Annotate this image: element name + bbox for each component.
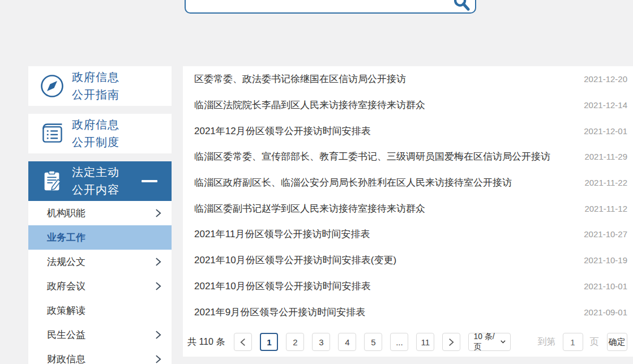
page-number-button[interactable]: 1: [260, 333, 278, 351]
page-number-button[interactable]: 11: [416, 333, 434, 351]
chevron-right-icon: [155, 330, 161, 340]
news-list-item[interactable]: 2021年9月份区领导公开接访时间安排表 2021-09-01: [183, 299, 633, 325]
article-date: 2021-10-01: [572, 281, 627, 291]
page-number-label: 4: [345, 337, 349, 347]
article-date: 2021-12-14: [572, 100, 627, 110]
collapse-minus-icon[interactable]: [142, 180, 157, 182]
search-input[interactable]: [191, 0, 443, 11]
article-title-link[interactable]: 临淄区法院院长李晶到区人民来访接待室接待来访群众: [194, 99, 425, 112]
sidebar-submenu-item[interactable]: 业务工作: [28, 225, 172, 250]
sidebar-item-system[interactable]: 政府信息 公开制度: [28, 114, 172, 153]
article-date: 2021-11-29: [573, 152, 627, 161]
page-number-button[interactable]: 3: [312, 333, 330, 351]
article-title-link[interactable]: 临淄区委副书记赵学到区人民来访接待室接待来访群众: [194, 202, 425, 215]
compass-icon: [40, 74, 65, 99]
page-number-button[interactable]: 2: [286, 333, 304, 351]
chevron-right-icon: [155, 281, 161, 291]
news-list-item[interactable]: 临淄区委常委、宣传部部长、教育工委书记、三级调研员国爱梅在区信访局公开接访 20…: [183, 144, 633, 170]
page-number-label: 5: [371, 337, 375, 347]
article-title-link[interactable]: 临淄区委常委、宣传部部长、教育工委书记、三级调研员国爱梅在区信访局公开接访: [194, 150, 550, 163]
article-date: 2021-10-27: [572, 229, 627, 239]
page-size-select[interactable]: 10 条/页: [468, 333, 510, 351]
sidebar-item-statutory[interactable]: 法定主动 公开内容: [28, 161, 172, 201]
page-number-button[interactable]: ...: [390, 333, 408, 351]
page-number-label: 3: [319, 337, 323, 347]
page-number-button[interactable]: 5: [364, 333, 382, 351]
submenu-item-label: 法规公文: [47, 255, 85, 268]
sidebar-submenu: 机构职能 业务工作 法规公文: [28, 201, 172, 364]
article-title-link[interactable]: 区委常委、政法委书记徐继国在区信访局公开接访: [194, 72, 406, 85]
news-list: 区委常委、政法委书记徐继国在区信访局公开接访 2021-12-20 临淄区法院院…: [183, 66, 633, 325]
news-list-item[interactable]: 临淄区委副书记赵学到区人民来访接待室接待来访群众 2021-11-12: [183, 195, 633, 221]
sidebar-item-label: 法定主动 公开内容: [72, 164, 119, 199]
chevron-down-icon: [501, 340, 506, 344]
book-icon: [40, 121, 65, 146]
sidebar-item-label: 政府信息 公开制度: [72, 116, 119, 151]
submenu-item-label: 政策解读: [47, 304, 85, 317]
chevron-right-icon: [155, 354, 161, 364]
search-icon[interactable]: [452, 0, 472, 16]
article-title-link[interactable]: 2021年12月份区领导公开接访时间安排表: [194, 125, 371, 138]
total-count-label: 共 110 条: [187, 336, 225, 348]
submenu-item-label: 业务工作: [47, 231, 85, 244]
article-date: 2021-11-12: [573, 204, 627, 213]
news-list-item[interactable]: 2021年12月份区领导公开接访时间安排表 2021-12-01: [183, 118, 633, 144]
news-list-item[interactable]: 2021年10月份区领导公开接访时间安排表(变更) 2021-10-19: [183, 247, 633, 273]
news-list-item[interactable]: 临淄区法院院长李晶到区人民来访接待室接待来访群众 2021-12-14: [183, 92, 633, 118]
clipboard-pen-icon: [40, 169, 65, 194]
page-number-label: 2: [293, 337, 297, 347]
article-title-link[interactable]: 临淄区政府副区长、临淄公安分局局长孙胜利在区人民来访接待室公开接访: [194, 176, 512, 189]
chevron-right-icon: [155, 208, 161, 218]
submenu-item-label: 政府会议: [47, 280, 85, 293]
jump-page-unit-label: 页: [590, 336, 599, 348]
pagination-bar: 共 110 条 1 2 3 4 5: [183, 333, 633, 351]
news-list-item[interactable]: 2021年10月份区领导公开接访时间安排表 2021-10-01: [183, 273, 633, 299]
article-date: 2021-12-01: [572, 126, 627, 136]
article-title-link[interactable]: 2021年10月份区领导公开接访时间安排表(变更): [194, 254, 396, 267]
search-box[interactable]: [185, 0, 476, 14]
page-number-button[interactable]: 4: [338, 333, 356, 351]
news-panel: 区委常委、政法委书记徐继国在区信访局公开接访 2021-12-20 临淄区法院院…: [183, 66, 633, 357]
page-number-label: ...: [396, 337, 403, 347]
article-title-link[interactable]: 2021年10月份区领导公开接访时间安排表: [194, 280, 371, 293]
sidebar-submenu-item[interactable]: 机构职能: [28, 201, 172, 225]
submenu-item-label: 财政信息: [47, 353, 85, 364]
sidebar-submenu-item[interactable]: 法规公文: [28, 250, 172, 274]
confirm-button[interactable]: 确定: [607, 333, 627, 351]
article-date: 2021-09-01: [572, 307, 627, 317]
sidebar-item-label: 政府信息 公开指南: [72, 68, 119, 104]
sidebar-submenu-item[interactable]: 政府会议: [28, 274, 172, 298]
prev-page-button[interactable]: [234, 333, 252, 351]
page-number-label: 11: [421, 337, 430, 347]
article-date: 2021-12-20: [572, 74, 627, 84]
article-title-link[interactable]: 2021年11月份区领导公开接访时间安排表: [194, 228, 370, 241]
sidebar-submenu-item[interactable]: 政策解读: [28, 298, 172, 323]
news-list-item[interactable]: 区委常委、政法委书记徐继国在区信访局公开接访 2021-12-20: [183, 66, 633, 92]
next-page-button[interactable]: [442, 333, 460, 351]
chevron-right-icon: [155, 257, 161, 267]
sidebar-item-guide[interactable]: 政府信息 公开指南: [28, 66, 172, 106]
sidebar-submenu-item[interactable]: 民生公益: [28, 323, 172, 347]
news-list-item[interactable]: 2021年11月份区领导公开接访时间安排表 2021-10-27: [183, 221, 633, 247]
sidebar-submenu-item[interactable]: 财政信息: [28, 347, 172, 364]
article-title-link[interactable]: 2021年9月份区领导公开接访时间安排表: [194, 306, 365, 319]
news-list-item[interactable]: 临淄区政府副区长、临淄公安分局局长孙胜利在区人民来访接待室公开接访 2021-1…: [183, 170, 633, 196]
jump-to-page-label: 到第: [538, 336, 556, 348]
page-size-label: 10 条/页: [473, 332, 497, 352]
submenu-item-label: 机构职能: [47, 207, 85, 220]
article-date: 2021-10-19: [572, 255, 627, 265]
jump-page-input[interactable]: [563, 333, 583, 351]
page-number-label: 1: [267, 337, 271, 347]
submenu-item-label: 民生公益: [47, 328, 85, 341]
article-date: 2021-11-22: [573, 178, 627, 187]
